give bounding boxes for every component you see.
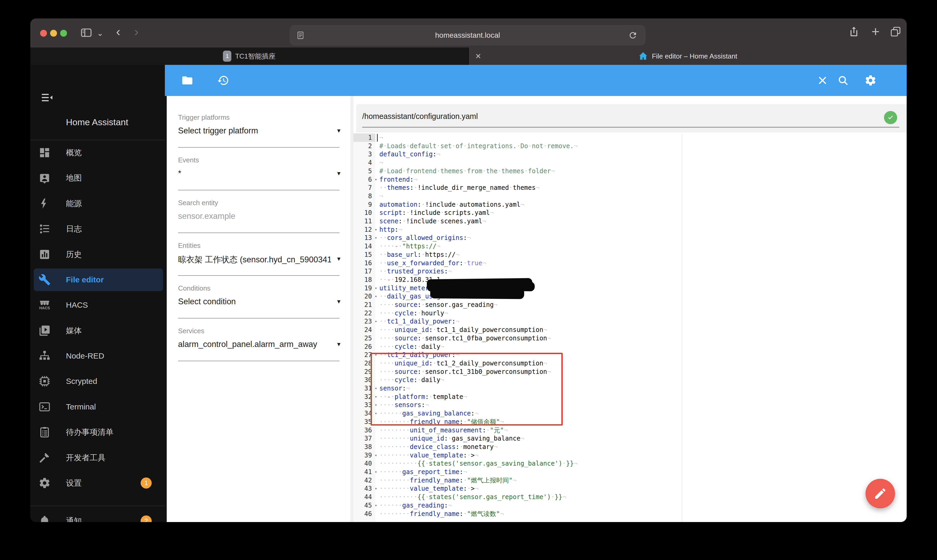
fold-arrow-icon[interactable]: ▾ [373, 317, 379, 326]
code-line[interactable]: 2#·Loads·default·set·of·integrations.·Do… [353, 142, 907, 150]
code-line[interactable]: 21····source:·sensor.gas_reading¬ [353, 300, 907, 309]
sidebar-item-energy[interactable]: 能源 [30, 192, 165, 215]
field-value[interactable]: Select condition [178, 297, 331, 306]
reload-icon[interactable] [628, 31, 638, 40]
code-line[interactable]: 41▾······gas_report_time:¬ [353, 468, 907, 476]
code-text[interactable]: ····cycle:·hourly¬ [379, 309, 448, 317]
code-line[interactable]: 8¬ [353, 192, 907, 200]
code-text[interactable]: ··use_x_forwarded_for:·true¬ [379, 259, 486, 267]
close-file-icon[interactable] [817, 74, 829, 86]
fold-arrow-icon[interactable]: ▾ [373, 484, 379, 493]
field-value[interactable]: * [178, 169, 331, 178]
code-text[interactable]: ········value_template:·>¬ [379, 451, 479, 460]
code-editor[interactable]: 1¬2#·Loads·default·set·of·integrations.·… [353, 134, 907, 522]
field-placeholder[interactable]: sensor.example [178, 211, 331, 221]
code-text[interactable]: ··········{{·states('sensor.gas_saving_b… [379, 459, 578, 468]
code-text[interactable]: frontend:¬ [379, 175, 418, 184]
code-line[interactable]: 36········unit_of_measurement:·"元"¬ [353, 426, 907, 434]
code-text[interactable]: ¬ [379, 134, 383, 142]
tab-overview-icon[interactable] [890, 26, 902, 37]
code-line[interactable]: 22····cycle:·hourly¬ [353, 309, 907, 317]
fold-arrow-icon[interactable]: ▾ [373, 225, 379, 234]
fold-arrow-icon[interactable]: ▾ [373, 175, 379, 184]
fold-arrow-icon[interactable]: ▾ [373, 501, 379, 510]
code-text[interactable]: ····cycle:·daily¬ [379, 343, 444, 351]
code-text[interactable]: ····unique_id:·tc1_1_daily_powerconsumpt… [379, 326, 547, 334]
code-line[interactable]: 43▾········value_template:·>¬ [353, 484, 907, 493]
share-icon[interactable] [848, 26, 860, 37]
code-text[interactable]: ······gas_reading:¬ [379, 501, 452, 510]
search-icon[interactable] [837, 74, 849, 86]
code-line[interactable]: 46········friendly_name:·"燃气读数"¬ [353, 510, 907, 518]
sidebar-item-todo-list[interactable]: 待办事项清单 [30, 421, 165, 443]
code-line[interactable]: 24····unique_id:·tc1_1_daily_powerconsum… [353, 326, 907, 334]
code-line[interactable]: 38········device_class:·monetary¬ [353, 443, 907, 451]
code-line[interactable]: 37········unique_id:·gas_saving_balance¬ [353, 434, 907, 443]
code-text[interactable]: ··base_url:·https://¬ [379, 251, 459, 259]
sidebar-item-file-editor[interactable]: File editor [34, 268, 163, 291]
code-text[interactable]: ········unit_of_measurement:·"元"¬ [379, 426, 507, 434]
code-line[interactable]: 15··base_url:·https://¬ [353, 251, 907, 259]
sidebar-item-chip[interactable]: Scrypted [30, 370, 165, 392]
sidebar-item-media[interactable]: 媒体 [30, 319, 165, 342]
code-text[interactable]: ··········{{·states('sensor.gas_report_t… [379, 493, 566, 501]
code-line[interactable]: 1¬ [353, 134, 907, 142]
code-text[interactable]: ··themes:·!include_dir_merge_named·theme… [379, 183, 539, 192]
code-line[interactable]: 9automation:·!include·automations.yaml¬ [353, 200, 907, 209]
fold-arrow-icon[interactable]: ▾ [373, 468, 379, 476]
new-tab-icon[interactable] [870, 26, 882, 37]
sidebar-item-history-chart[interactable]: 历史 [30, 243, 165, 266]
back-button[interactable]: ‹ [116, 24, 120, 39]
fold-arrow-icon[interactable]: ▾ [373, 292, 379, 300]
chevron-down-icon[interactable]: ⌄ [97, 28, 103, 38]
forward-button[interactable]: › [134, 24, 139, 39]
code-text[interactable]: ········device_class:·monetary¬ [379, 443, 498, 451]
code-text[interactable]: ····source:·sensor.tc1_0fba_powerconsump… [379, 334, 551, 343]
code-line[interactable]: 23▾··tc1_1_daily_power:¬ [353, 317, 907, 326]
code-text[interactable]: ··cors_allowed_origins:¬ [379, 234, 471, 242]
tab-close-icon[interactable]: ✕ [472, 48, 484, 65]
code-line[interactable]: 3default_config:¬ [353, 150, 907, 158]
code-text[interactable]: default_config:¬ [379, 150, 440, 158]
code-line[interactable]: 12▾http:¬ [353, 225, 907, 234]
code-line[interactable]: 45▾······gas_reading:¬ [353, 501, 907, 510]
panel-scrollbar[interactable] [350, 96, 353, 522]
fold-arrow-icon[interactable]: ▾ [373, 234, 379, 242]
code-text[interactable]: #·Loads·default·set·of·integrations.·Do·… [379, 142, 578, 150]
dropdown-arrow-icon[interactable]: ▼ [336, 298, 342, 305]
code-text[interactable]: ¬ [379, 192, 383, 200]
code-line[interactable]: 6▾frontend:¬ [353, 175, 907, 184]
code-text[interactable]: ········friendly_name:·"燃气上报时间"¬ [379, 476, 516, 485]
field-value[interactable]: 晾衣架 工作状态 (sensor.hyd_cn_5900341… [178, 254, 331, 265]
gear-icon[interactable] [865, 74, 877, 86]
file-path[interactable]: /homeassistant/configuration.yaml [362, 112, 478, 121]
sidebar-toggle-icon[interactable] [80, 26, 92, 39]
code-text[interactable]: ¬ [379, 158, 383, 167]
menu-open-icon[interactable] [40, 91, 54, 105]
code-line[interactable]: 17··trusted_proxies:¬ [353, 267, 907, 275]
minimize-window-button[interactable] [50, 30, 57, 37]
zoom-window-button[interactable] [60, 30, 67, 37]
code-line[interactable]: 25····source:·sensor.tc1_0fba_powerconsu… [353, 334, 907, 343]
code-line[interactable]: 4¬ [353, 158, 907, 167]
code-text[interactable]: ··trusted_proxies:¬ [379, 267, 452, 275]
sidebar-item-dashboard[interactable]: 概览 [30, 141, 165, 164]
sidebar-item-hacs-store[interactable]: HACSHACS [30, 294, 165, 316]
code-line[interactable]: 14····-·"https://¬ [353, 242, 907, 251]
code-text[interactable]: ········unique_id:·gas_saving_balance¬ [379, 434, 524, 443]
field-value[interactable]: Select trigger platform [178, 126, 331, 135]
code-line[interactable]: 39▾········value_template:·>¬ [353, 451, 907, 460]
code-text[interactable]: scene:·!include·scenes.yaml¬ [379, 217, 486, 225]
code-text[interactable]: ····-·"https://¬ [379, 242, 440, 251]
code-text[interactable]: ··tc1_1_daily_power:¬ [379, 317, 459, 326]
field-value[interactable]: alarm_control_panel.alarm_arm_away [178, 340, 331, 349]
sidebar-item-dev-tools[interactable]: 开发者工具 [30, 446, 165, 469]
fold-arrow-icon[interactable]: ▾ [373, 284, 379, 292]
code-line[interactable]: 44··········{{·states('sensor.gas_report… [353, 493, 907, 501]
code-line[interactable]: 7··themes:·!include_dir_merge_named·them… [353, 183, 907, 192]
tab-file-editor[interactable]: ✕ File editor – Home Assistant [469, 48, 907, 65]
code-line[interactable]: 26····cycle:·daily¬ [353, 343, 907, 351]
dropdown-arrow-icon[interactable]: ▼ [336, 128, 342, 134]
sidebar-item-map-person[interactable]: 地图 [30, 167, 165, 189]
code-text[interactable]: ········value_template:·>¬ [379, 484, 479, 493]
